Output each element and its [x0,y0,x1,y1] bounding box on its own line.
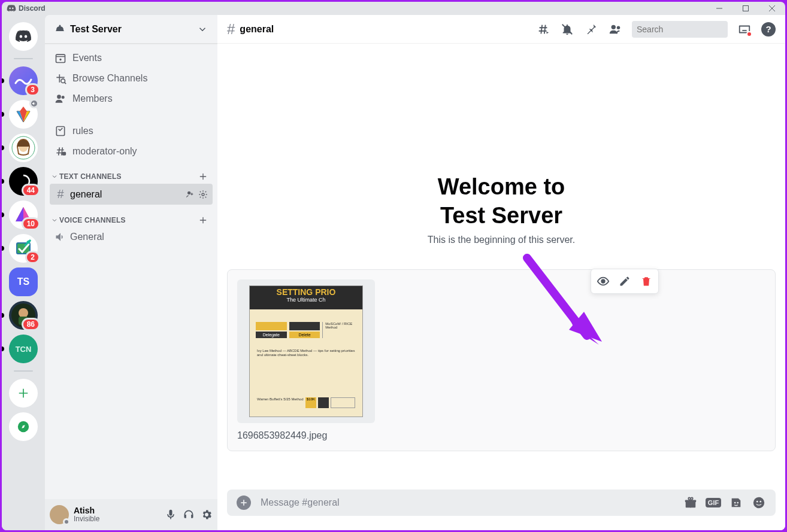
guild-item[interactable]: 10 [9,200,38,229]
svg-point-15 [59,59,61,60]
guild-item[interactable]: 2 [9,234,38,263]
guild-separator [14,370,33,372]
speaker-badge-icon [29,99,39,108]
guild-item[interactable]: 44 [9,167,38,196]
titlebar: Discord [2,2,785,15]
plus-icon [198,215,208,225]
sidebar-item-moderator[interactable]: moderator-only [50,142,213,161]
sidebar-item-label: moderator-only [72,146,137,157]
inbox-button[interactable] [737,22,752,37]
chat-area: # general ? Welcome toTest [217,15,785,530]
composer-placeholder[interactable]: Message #general [261,497,674,508]
delete-attachment-button[interactable] [637,272,656,291]
voice-channel-general[interactable]: General [50,227,213,247]
window-minimize[interactable] [711,2,728,15]
deafen-button[interactable] [183,509,195,521]
app-name: Discord [19,4,46,13]
notifications-button[interactable] [560,22,574,37]
browse-icon [55,72,66,84]
add-server-button[interactable] [9,379,38,408]
welcome-banner: Welcome toTest Server This is the beginn… [227,173,776,245]
sidebar-item-events[interactable]: Events [50,48,213,68]
category-voice-channels[interactable]: VOICE CHANNELS [50,206,213,227]
eye-icon [597,275,610,288]
mention-badge: 10 [22,217,40,230]
pencil-icon [619,275,631,287]
channel-label: General [70,232,104,242]
svg-point-26 [617,26,620,29]
add-channel-button[interactable] [198,172,208,181]
chat-messages: Welcome toTest Server This is the beginn… [217,44,785,490]
status-indicator-icon [63,518,70,525]
mute-button[interactable] [165,509,177,521]
guild-item[interactable]: TCN [9,335,38,363]
gif-icon: GIF [706,498,721,507]
sidebar-item-members[interactable]: Members [50,89,213,108]
guild-item[interactable] [9,133,38,162]
guild-item-active[interactable]: TS [9,267,38,296]
svg-point-33 [737,502,738,504]
add-channel-button[interactable] [198,215,208,225]
search-box[interactable] [632,21,728,38]
svg-point-36 [759,501,761,503]
member-list-button[interactable] [608,22,622,37]
svg-point-16 [61,79,65,83]
svg-line-17 [65,83,66,84]
sidebar-item-rules[interactable]: rules [50,121,213,141]
sidebar-item-browse[interactable]: Browse Channels [50,69,213,88]
hash-icon: # [227,21,235,38]
attachment-filename: 1696853982449.jpeg [237,430,765,441]
sidebar-item-label: Members [72,93,113,104]
explore-servers-button[interactable] [9,412,38,441]
guild-item[interactable] [9,100,38,129]
speaker-icon [55,231,66,243]
sidebar-item-label: Events [72,53,102,63]
mention-badge: 86 [22,318,40,331]
user-info[interactable]: Atish Invisible [74,506,160,524]
mention-badge: 2 [25,251,40,264]
svg-point-35 [756,501,758,503]
window-close[interactable] [764,2,780,15]
svg-point-25 [612,25,616,29]
attachment-thumbnail[interactable]: SETTING PRIO The Ultimate Ch Delegate De… [237,279,375,423]
discord-logo-icon [7,4,16,13]
gift-button[interactable] [683,495,698,510]
welcome-subtitle: This is the beginning of this server. [227,235,776,245]
pinned-button[interactable] [584,22,598,37]
guild-label: TS [17,276,29,287]
hash-icon: # [55,187,66,201]
attachment-toolbar [591,269,659,294]
user-avatar[interactable] [50,505,69,524]
window-maximize[interactable] [737,2,754,15]
emoji-button[interactable] [752,495,766,510]
edit-attachment-button[interactable] [615,272,634,291]
trash-icon [640,275,652,287]
threads-button[interactable] [536,22,550,37]
gif-button[interactable]: GIF [706,495,721,510]
svg-rect-20 [56,127,64,136]
rules-icon [55,125,66,137]
guild-item[interactable]: 86 [9,301,38,330]
mention-badge: 3 [25,83,40,96]
help-button[interactable]: ? [761,22,776,37]
home-button[interactable] [9,22,38,51]
message-composer: Message #general GIF [217,490,785,530]
category-text-channels[interactable]: TEXT CHANNELS [50,162,213,184]
settings-button[interactable] [201,509,213,521]
server-badge-icon [55,24,65,35]
search-input[interactable] [637,25,741,34]
user-panel: Atish Invisible [45,499,217,530]
svg-point-22 [187,191,190,194]
channel-label: general [70,189,102,200]
guild-item[interactable]: 3 [9,66,38,95]
notification-dot-icon [746,31,752,37]
spoiler-button[interactable] [594,272,613,291]
gear-icon[interactable] [198,190,208,199]
invite-icon[interactable] [185,190,195,199]
attach-button[interactable] [237,495,251,510]
server-header[interactable]: Test Server [45,15,217,44]
sticker-button[interactable] [729,495,743,510]
channel-general[interactable]: # general [50,184,213,205]
discord-logo-icon [15,28,32,45]
plus-icon [17,387,29,399]
